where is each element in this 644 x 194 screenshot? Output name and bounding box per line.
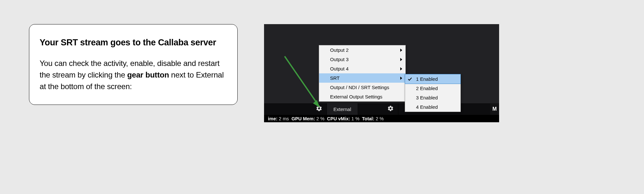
menu-item-label: Output 2 xyxy=(330,47,349,53)
chevron-right-icon xyxy=(400,77,402,80)
menu-item[interactable]: Output 4 xyxy=(319,64,405,73)
menu-item-label: Output 3 xyxy=(330,57,349,62)
external-button[interactable]: External xyxy=(327,103,358,115)
submenu-item[interactable]: 4 Enabled xyxy=(405,102,460,112)
pointer-arrow xyxy=(281,53,323,111)
chevron-right-icon xyxy=(400,58,402,61)
vmix-screenshot: External M ime: 2 ms GPU Mem: 2 % CPU vM… xyxy=(264,24,499,122)
submenu-item[interactable]: 2 Enabled xyxy=(405,84,460,93)
status-key-gpu: GPU Mem: xyxy=(291,116,315,121)
card-heading: Your SRT stream goes to the Callaba serv… xyxy=(40,36,227,49)
gear-button-right[interactable] xyxy=(383,103,398,115)
submenu-item[interactable]: 3 Enabled xyxy=(405,93,460,102)
gear-button-left[interactable] xyxy=(312,103,327,115)
submenu-item-label: 2 Enabled xyxy=(416,86,438,91)
chevron-right-icon xyxy=(400,67,402,70)
submenu-item-label: 3 Enabled xyxy=(416,95,438,100)
card-body-bold: gear button xyxy=(127,70,169,79)
status-key-total: Total: xyxy=(362,116,374,121)
status-val-total: 2 % xyxy=(376,116,384,121)
menu-item[interactable]: Output / NDI / SRT Settings xyxy=(319,83,405,92)
card-body: You can check the activity, enable, disa… xyxy=(40,58,227,92)
svg-line-0 xyxy=(285,56,317,104)
gear-icon xyxy=(387,105,394,113)
submenu-item-label: 4 Enabled xyxy=(416,104,438,110)
status-bar: ime: 2 ms GPU Mem: 2 % CPU vMix: 1 % Tot… xyxy=(264,115,499,122)
chevron-right-icon xyxy=(400,49,402,52)
srt-submenu[interactable]: 1 Enabled2 Enabled3 Enabled4 Enabled xyxy=(405,74,461,112)
gear-icon xyxy=(316,105,322,113)
status-key-cpu: CPU vMix: xyxy=(327,116,350,121)
menu-item-label: Output 4 xyxy=(330,66,349,71)
menu-item-label: SRT xyxy=(330,75,340,81)
status-val-time: 2 ms xyxy=(279,116,289,121)
external-label: External xyxy=(333,106,351,112)
check-icon xyxy=(408,77,412,81)
menu-item-label: External Output Settings xyxy=(330,94,383,99)
menu-item[interactable]: SRT xyxy=(319,73,405,83)
menu-item[interactable]: External Output Settings xyxy=(319,92,405,101)
instruction-card: Your SRT stream goes to the Callaba serv… xyxy=(29,24,238,105)
context-menu[interactable]: Output 2Output 3Output 4SRTOutput / NDI … xyxy=(319,45,406,102)
submenu-item-label: 1 Enabled xyxy=(416,76,438,82)
status-val-cpu: 1 % xyxy=(351,116,359,121)
toolbar-right-letter[interactable]: M xyxy=(490,103,499,115)
menu-item[interactable]: Output 3 xyxy=(319,55,405,64)
bottom-toolbar: External M xyxy=(264,103,499,115)
status-val-gpu: 2 % xyxy=(317,116,325,121)
menu-item-label: Output / NDI / SRT Settings xyxy=(330,85,389,90)
submenu-item[interactable]: 1 Enabled xyxy=(405,74,461,84)
menu-item[interactable]: Output 2 xyxy=(319,45,405,55)
status-key-time: ime: xyxy=(268,116,278,121)
